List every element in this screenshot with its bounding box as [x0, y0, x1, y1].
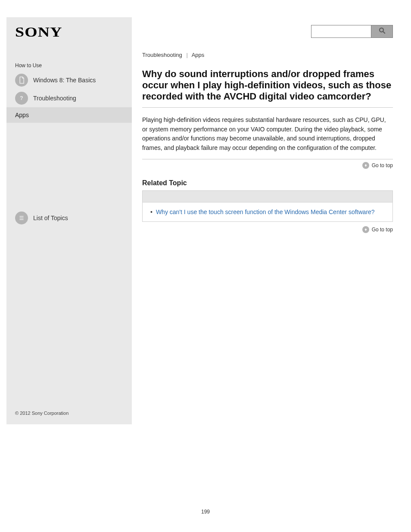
search-icon: [378, 27, 386, 36]
document-icon: [15, 74, 28, 87]
search-button[interactable]: [371, 25, 393, 38]
to-top[interactable]: Go to top: [142, 162, 393, 169]
arrow-up-icon: [362, 226, 369, 233]
article-body: Playing high-definition videos requires …: [142, 115, 393, 156]
sidebar-section-title: How to Use: [15, 62, 123, 68]
search-input[interactable]: [311, 25, 371, 38]
question-icon: ?: [15, 92, 28, 105]
related-list: Why can't I use the touch screen functio…: [143, 202, 392, 221]
brand-logo: SONY: [15, 24, 143, 40]
related-item[interactable]: Why can't I use the touch screen functio…: [150, 208, 385, 215]
breadcrumb-part[interactable]: Troubleshooting: [142, 52, 182, 58]
page-number: 199: [0, 509, 411, 515]
breadcrumb-part[interactable]: Apps: [192, 52, 205, 58]
sidebar-item-basics[interactable]: Windows 8: The Basics: [15, 71, 123, 89]
svg-point-1: [380, 28, 383, 32]
sidebar-active-item[interactable]: Apps: [6, 107, 132, 123]
sidebar: SONY How to Use Windows 8: The Basics ? …: [6, 17, 132, 424]
to-top-label: Go to top: [372, 162, 393, 168]
svg-line-2: [383, 31, 385, 34]
sidebar-copyright: © 2012 Sony Corporation: [15, 411, 123, 416]
related-item-label: Why can't I use the touch screen functio…: [156, 208, 375, 215]
svg-text:?: ?: [20, 95, 23, 101]
to-top-label: Go to top: [372, 227, 393, 233]
page-title: Why do sound interruptions and/or droppe…: [142, 68, 393, 108]
main-content: Troubleshooting | Apps Why do sound inte…: [142, 52, 393, 233]
related-box: Why can't I use the touch screen functio…: [142, 190, 393, 222]
breadcrumb: Troubleshooting | Apps: [142, 52, 393, 58]
list-icon: [15, 212, 28, 224]
sidebar-item-toc[interactable]: List of Topics: [15, 209, 123, 227]
related-bar: [143, 191, 392, 202]
search: [311, 25, 393, 38]
sidebar-item-troubleshooting[interactable]: ? Troubleshooting: [15, 89, 123, 107]
divider: [142, 159, 393, 159]
sidebar-item-label: Windows 8: The Basics: [33, 77, 96, 84]
to-top[interactable]: Go to top: [142, 226, 393, 233]
related-heading: Related Topic: [142, 179, 393, 187]
sidebar-item-label: Troubleshooting: [33, 95, 76, 102]
breadcrumb-separator: |: [186, 52, 187, 58]
arrow-up-icon: [362, 162, 369, 169]
sidebar-toc: List of Topics: [15, 209, 123, 227]
sidebar-section-how-to-use: How to Use Windows 8: The Basics ? Troub…: [15, 62, 123, 123]
sidebar-item-label: List of Topics: [33, 215, 68, 221]
